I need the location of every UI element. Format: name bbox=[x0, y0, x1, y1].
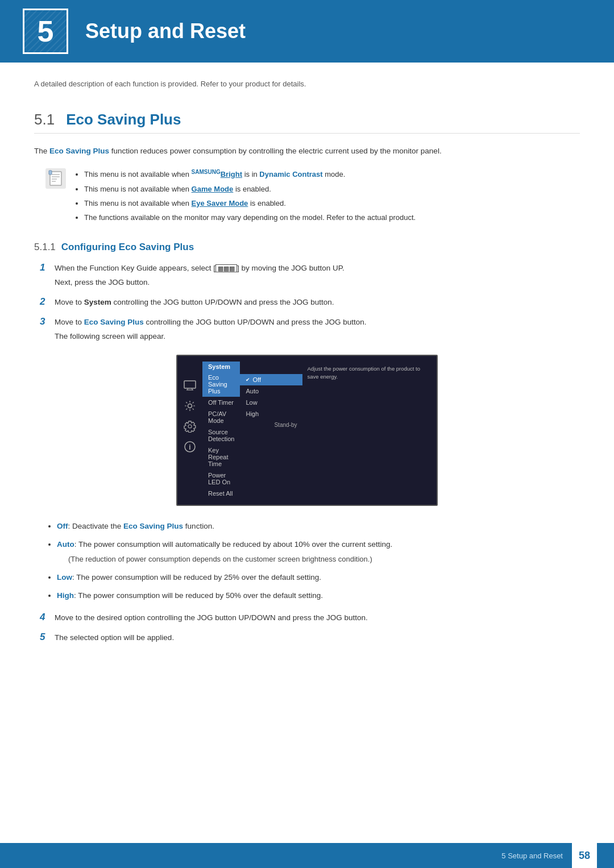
option-low: Low: The power consumption will be reduc… bbox=[57, 571, 580, 584]
step-num-5: 5 bbox=[40, 632, 55, 643]
steps-list-2: 4 Move to the desired option controlling… bbox=[40, 612, 580, 645]
osd-menu-item-reset: Reset All bbox=[202, 488, 240, 499]
option-auto: Auto: The power consumption will automat… bbox=[57, 538, 580, 566]
step-4: 4 Move to the desired option controlling… bbox=[40, 612, 580, 625]
section-heading: 5.1Eco Saving Plus bbox=[34, 111, 580, 134]
subsection-title: Configuring Eco Saving Plus bbox=[61, 242, 194, 252]
svg-point-11 bbox=[188, 404, 192, 408]
svg-point-12 bbox=[188, 425, 192, 428]
osd-settings-icon bbox=[183, 399, 197, 413]
note-list: This menu is not available when SAMSUNGB… bbox=[75, 167, 416, 226]
osd-menu-item-led: Power LED On bbox=[202, 470, 240, 488]
note-item-4: The functions available on the monitor m… bbox=[84, 211, 416, 224]
step-content-3: Move to Eco Saving Plus controlling the … bbox=[55, 316, 367, 343]
options-list: Off: Deactivate the Eco Saving Plus func… bbox=[57, 520, 580, 603]
osd-gear-icon bbox=[183, 420, 197, 433]
chapter-title: Setup and Reset bbox=[85, 19, 246, 43]
option-off: Off: Deactivate the Eco Saving Plus func… bbox=[57, 520, 580, 533]
osd-submenu-auto: Auto bbox=[240, 385, 302, 397]
note-icon bbox=[45, 168, 66, 189]
osd-menu-item-pcav: PC/AV Mode bbox=[202, 408, 240, 426]
step-content-1: When the Function Key Guide appears, sel… bbox=[55, 262, 345, 289]
osd-menu-col: System Eco Saving Plus Off Timer PC/AV M… bbox=[202, 362, 240, 499]
main-content: A detailed description of each function … bbox=[0, 63, 614, 686]
subsection-number: 5.1.1 bbox=[34, 242, 56, 252]
osd-container: i System Eco Saving Plus Off Timer PC/AV… bbox=[34, 355, 580, 506]
section-intro: The Eco Saving Plus function reduces pow… bbox=[34, 145, 580, 158]
footer-page: 58 bbox=[572, 843, 597, 868]
osd-submenu-low: Low bbox=[240, 397, 302, 408]
step-content-2: Move to System controlling the JOG butto… bbox=[55, 296, 334, 309]
step-2: 2 Move to System controlling the JOG but… bbox=[40, 296, 580, 309]
note-item-1: This menu is not available when SAMSUNGB… bbox=[84, 167, 416, 181]
subsection-heading: 5.1.1Configuring Eco Saving Plus bbox=[34, 242, 580, 253]
osd-monitor-icon bbox=[183, 379, 197, 392]
step-3: 3 Move to Eco Saving Plus controlling th… bbox=[40, 316, 580, 343]
footer-text: 5 Setup and Reset bbox=[501, 852, 563, 860]
osd-menu-title: System bbox=[202, 362, 240, 372]
step-content-5: The selected option will be applied. bbox=[55, 632, 174, 645]
osd-menu-item-key: Key Repeat Time bbox=[202, 445, 240, 470]
osd-menu-item-eco: Eco Saving Plus bbox=[202, 372, 240, 397]
osd-description: Adjust the power consumption of the prod… bbox=[302, 362, 437, 499]
section-title: Eco Saving Plus bbox=[66, 111, 181, 128]
note-block: This menu is not available when SAMSUNGB… bbox=[45, 167, 580, 226]
osd-submenu-off: Off bbox=[240, 374, 302, 385]
note-item-2: This menu is not available when Game Mod… bbox=[84, 182, 416, 196]
osd-screen: i System Eco Saving Plus Off Timer PC/AV… bbox=[176, 355, 438, 506]
osd-submenu-col: Off Auto Low High Stand-by bbox=[240, 362, 302, 499]
svg-text:i: i bbox=[189, 443, 190, 451]
step-content-4: Move to the desired option controlling t… bbox=[55, 612, 368, 625]
step-1: 1 When the Function Key Guide appears, s… bbox=[40, 262, 580, 289]
step-num-2: 2 bbox=[40, 296, 55, 308]
header-subtitle: A detailed description of each function … bbox=[34, 80, 580, 88]
step-num-3: 3 bbox=[40, 316, 55, 327]
step-num-1: 1 bbox=[40, 262, 55, 273]
step-5: 5 The selected option will be applied. bbox=[40, 632, 580, 645]
step-num-4: 4 bbox=[40, 612, 55, 623]
osd-icons-col: i bbox=[177, 362, 202, 499]
intro-highlight: Eco Saving Plus bbox=[49, 147, 109, 155]
svg-rect-7 bbox=[184, 381, 196, 388]
osd-menu-item-offtimer: Off Timer bbox=[202, 397, 240, 408]
chapter-number: 5 bbox=[38, 14, 54, 48]
header-banner: 5 Setup and Reset bbox=[0, 0, 614, 63]
option-high: High: The power consumption will be redu… bbox=[57, 589, 580, 603]
svg-rect-6 bbox=[49, 171, 52, 175]
osd-submenu-high: High bbox=[240, 408, 302, 420]
chapter-number-box: 5 bbox=[23, 9, 68, 54]
osd-info-icon: i bbox=[183, 440, 197, 454]
osd-standby: Stand-by bbox=[240, 420, 302, 428]
note-item-3: This menu is not available when Eye Save… bbox=[84, 197, 416, 210]
steps-list: 1 When the Function Key Guide appears, s… bbox=[40, 262, 580, 343]
osd-menu-item-source: Source Detection bbox=[202, 426, 240, 445]
section-number: 5.1 bbox=[34, 111, 55, 128]
footer: 5 Setup and Reset 58 bbox=[0, 843, 614, 868]
